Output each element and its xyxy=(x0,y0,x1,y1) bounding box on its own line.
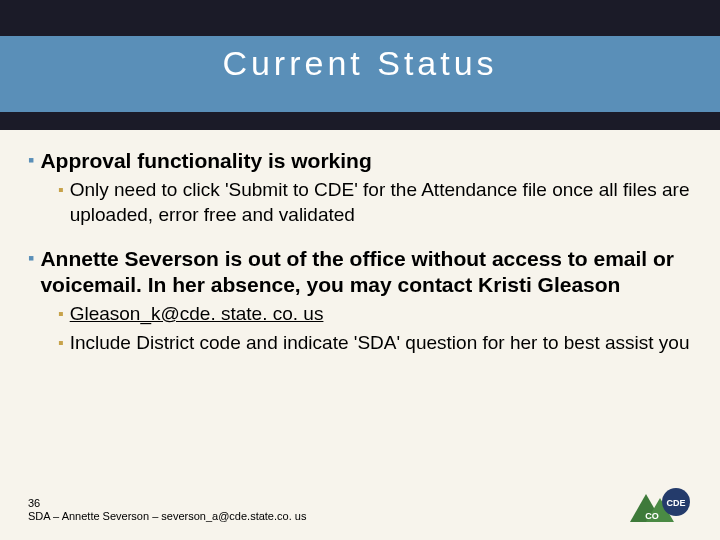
footer: 36 SDA – Annette Severson – severson_a@c… xyxy=(28,497,306,525)
sub-bullets: ▪ Gleason_k@cde. state. co. us ▪ Include… xyxy=(58,302,692,355)
bullet-text: Approval functionality is working xyxy=(40,148,371,174)
sub-bullets: ▪ Only need to click 'Submit to CDE' for… xyxy=(58,178,692,227)
email-link[interactable]: Gleason_k@cde. state. co. us xyxy=(70,302,324,327)
bullet-text: Annette Severson is out of the office wi… xyxy=(40,246,692,299)
square-bullet-icon: ▪ xyxy=(28,246,34,271)
cde-colorado-logo-icon: CDE CO xyxy=(624,482,696,530)
bullet-head: ▪ Approval functionality is working xyxy=(28,148,692,174)
sub-bullet: ▪ Only need to click 'Submit to CDE' for… xyxy=(58,178,692,227)
square-bullet-icon: ▪ xyxy=(58,331,64,355)
square-bullet-icon: ▪ xyxy=(58,178,64,202)
slide: Current Status ▪ Approval functionality … xyxy=(0,0,720,540)
sub-bullet-email: ▪ Gleason_k@cde. state. co. us xyxy=(58,302,692,327)
slide-title: Current Status xyxy=(0,44,720,83)
bullet-approval: ▪ Approval functionality is working ▪ On… xyxy=(28,148,692,228)
sub-bullet-text: Only need to click 'Submit to CDE' for t… xyxy=(70,178,692,227)
svg-text:CO: CO xyxy=(645,511,659,521)
sub-bullet: ▪ Include District code and indicate 'SD… xyxy=(58,331,692,356)
square-bullet-icon: ▪ xyxy=(58,302,64,326)
bullet-contact: ▪ Annette Severson is out of the office … xyxy=(28,246,692,356)
sub-bullet-text: Include District code and indicate 'SDA'… xyxy=(70,331,690,356)
footer-line: SDA – Annette Severson – severson_a@cde.… xyxy=(28,510,306,524)
slide-body: ▪ Approval functionality is working ▪ On… xyxy=(0,130,720,540)
bullet-head: ▪ Annette Severson is out of the office … xyxy=(28,246,692,299)
page-number: 36 xyxy=(28,497,306,511)
svg-text:CDE: CDE xyxy=(666,498,685,508)
header: Current Status xyxy=(0,0,720,130)
square-bullet-icon: ▪ xyxy=(28,148,34,173)
